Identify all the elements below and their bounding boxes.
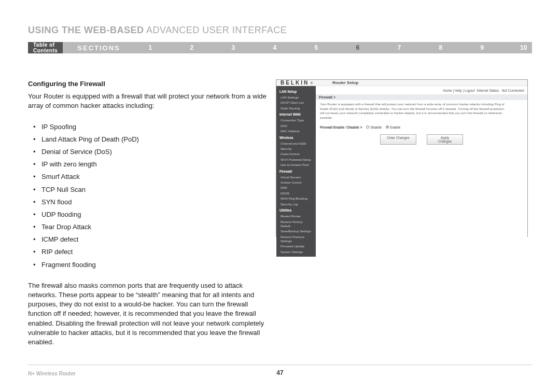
breadcrumb: Firewall > xyxy=(316,94,527,100)
sidebar-item[interactable]: Virtual Servers xyxy=(276,175,316,180)
sidebar-item[interactable]: MAC Address xyxy=(276,129,316,134)
list-item: IP Spoofing xyxy=(33,122,267,132)
section-heading: Configuring the Firewall xyxy=(28,79,267,89)
nav-section-3[interactable]: 3 xyxy=(213,44,254,51)
toggle-label: Firewall Enable / Disable > xyxy=(320,125,362,129)
router-desc: Your Router is equipped with a firewall … xyxy=(316,100,513,124)
list-item: TCP Null Scan xyxy=(33,185,267,194)
list-item: SYN flood xyxy=(33,198,267,207)
router-header-title: Router Setup xyxy=(332,80,358,85)
router-admin-screenshot: BELKIN® Router Setup LAN SetupLAN Settin… xyxy=(276,79,528,237)
radio-icon xyxy=(366,125,369,129)
section-nav: Table of Contents SECTIONS 1 2 3 4 5 6 7… xyxy=(28,42,532,53)
topbar-links[interactable]: Home | Help | Logout xyxy=(443,89,474,92)
sidebar-item[interactable]: Restore Previous Settings xyxy=(276,234,316,244)
radio-label: Enable xyxy=(390,125,400,129)
radio-enable[interactable]: Enable xyxy=(386,125,400,129)
sidebar-item[interactable]: Guest Access xyxy=(276,151,316,157)
status-label: Internet Status: xyxy=(477,89,500,92)
sidebar-group: Utilities xyxy=(276,207,316,214)
body-paragraph: The firewall also masks common ports tha… xyxy=(28,281,267,347)
nav-section-6[interactable]: 6 xyxy=(337,44,379,51)
apply-changes-button[interactable]: Apply Changes xyxy=(427,134,463,145)
sidebar-item[interactable]: Access Control xyxy=(276,180,316,185)
list-item: ICMP defect xyxy=(33,235,267,244)
router-main: Home | Help | Logout Internet Status: No… xyxy=(316,86,527,257)
page-title: USING THE WEB-BASED ADVANCED USER INTERF… xyxy=(0,0,560,42)
sidebar-item[interactable]: Save/Backup Settings xyxy=(276,229,316,234)
sidebar-item[interactable]: Connection Type xyxy=(276,118,316,123)
sidebar-item[interactable]: Wi-Fi Protected Setup xyxy=(276,157,316,162)
nav-section-7[interactable]: 7 xyxy=(379,44,420,51)
nav-section-10[interactable]: 10 xyxy=(503,44,544,51)
list-item: Fragment flooding xyxy=(33,260,267,270)
router-header: BELKIN® Router Setup xyxy=(276,80,527,86)
title-light: ADVANCED USER INTERFACE xyxy=(144,25,287,35)
nav-section-4[interactable]: 4 xyxy=(254,44,296,51)
nav-section-9[interactable]: 9 xyxy=(461,44,503,51)
sidebar-group: Internet WAN xyxy=(276,111,316,118)
firewall-toggle-row: Firewall Enable / Disable > Disable Enab… xyxy=(316,124,527,130)
sidebar-item[interactable]: DHCP Client List xyxy=(276,100,316,105)
sidebar-item[interactable]: Firmware Update xyxy=(276,244,316,249)
text-column: Configuring the Firewall Your Router is … xyxy=(28,79,267,347)
sidebar-group: LAN Setup xyxy=(276,88,316,95)
sidebar-item[interactable]: Security xyxy=(276,146,316,151)
list-item: IP with zero length xyxy=(33,160,267,169)
radio-disable[interactable]: Disable xyxy=(366,125,382,129)
sidebar-item[interactable]: Channel and SSID xyxy=(276,141,316,146)
sidebar-item[interactable]: Use as Access Point xyxy=(276,162,316,167)
router-topbar: Home | Help | Logout Internet Status: No… xyxy=(316,86,527,94)
list-item: UDP flooding xyxy=(33,210,267,219)
list-item: Denial of Service (DoS) xyxy=(33,147,267,157)
sidebar-item[interactable]: DDNS xyxy=(276,191,316,196)
sidebar-item[interactable]: System Settings xyxy=(276,249,316,255)
nav-section-5[interactable]: 5 xyxy=(296,44,337,51)
sidebar-item[interactable]: Security Log xyxy=(276,202,316,207)
sidebar-item[interactable]: DMZ xyxy=(276,185,316,190)
title-bold: USING THE WEB-BASED xyxy=(28,25,144,35)
radio-icon xyxy=(386,125,389,129)
radio-label: Disable xyxy=(370,125,382,129)
nav-section-1[interactable]: 1 xyxy=(130,44,171,51)
page-number: 47 xyxy=(0,369,560,376)
sidebar-item[interactable]: DNS xyxy=(276,123,316,129)
sidebar-item[interactable]: Static Routing xyxy=(276,106,316,111)
sidebar-group: Wireless xyxy=(276,134,316,141)
list-item: Smurf Attack xyxy=(33,172,267,181)
sidebar-item[interactable]: LAN Settings xyxy=(276,95,316,100)
sidebar-group: Firewall xyxy=(276,168,316,175)
intro-text: Your Router is equipped with a firewall … xyxy=(28,92,267,110)
sidebar-item[interactable]: Restore Factory Default xyxy=(276,219,316,229)
status-value: Not Connected xyxy=(502,89,524,92)
sidebar-item[interactable]: WAN Ping Blocking xyxy=(276,196,316,201)
list-item: Land Attack Ping of Death (PoD) xyxy=(33,135,267,144)
list-item: Tear Drop Attack xyxy=(33,222,267,232)
nav-section-2[interactable]: 2 xyxy=(171,44,213,51)
nav-toc-link[interactable]: Table of Contents xyxy=(28,42,63,53)
brand-logo: BELKIN xyxy=(281,80,309,86)
nav-sections-label: SECTIONS xyxy=(63,44,129,52)
attack-list: IP Spoofing Land Attack Ping of Death (P… xyxy=(33,122,267,270)
clear-changes-button[interactable]: Clear Changes xyxy=(380,134,416,145)
brand-mark: ® xyxy=(310,81,313,85)
router-sidebar: LAN SetupLAN SettingsDHCP Client ListSta… xyxy=(276,86,316,257)
list-item: RIP defect xyxy=(33,247,267,257)
footer-rule xyxy=(28,365,532,365)
sidebar-item[interactable]: Restart Router xyxy=(276,214,316,219)
nav-section-8[interactable]: 8 xyxy=(420,44,461,51)
